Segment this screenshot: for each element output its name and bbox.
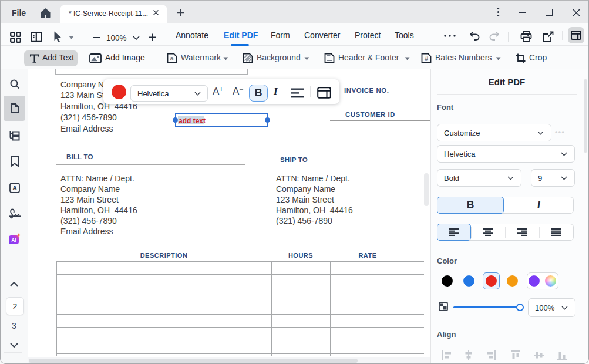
svg-text:A: A: [12, 184, 17, 191]
svg-text:#: #: [425, 55, 428, 62]
svg-text:AI: AI: [11, 237, 16, 243]
svg-text:a: a: [170, 55, 174, 62]
